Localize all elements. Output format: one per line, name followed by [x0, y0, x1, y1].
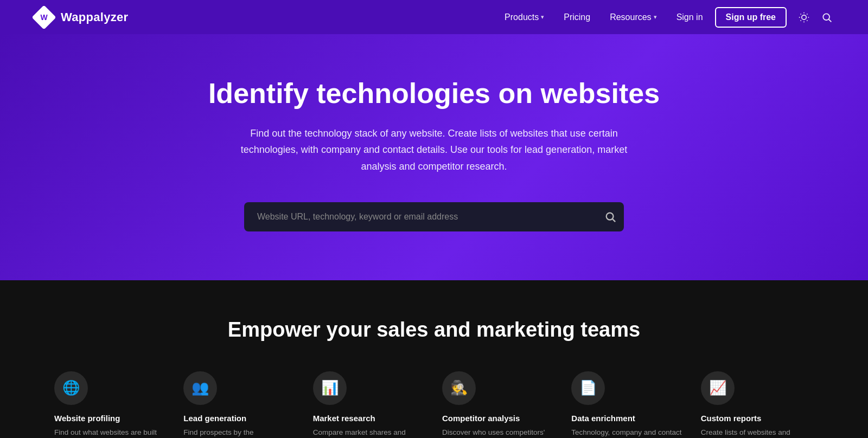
nav-products[interactable]: Products ▾: [497, 8, 552, 27]
hero-section: Identify technologies on websites Find o…: [0, 34, 868, 280]
feature-icon-5: 📈: [701, 371, 735, 405]
feature-item: 📊 Market research Compare market shares …: [313, 371, 426, 438]
resources-chevron-icon: ▾: [654, 14, 657, 21]
feature-name-1: Lead generation: [183, 414, 296, 423]
nav-pricing[interactable]: Pricing: [556, 8, 598, 27]
feature-desc-0: Find out what websites are built with.: [54, 427, 167, 438]
svg-line-9: [801, 20, 801, 21]
feature-item: 📄 Data enrichment Technology, company an…: [571, 371, 684, 438]
signup-button[interactable]: Sign up free: [715, 7, 787, 28]
logo-icon: W: [33, 6, 55, 29]
svg-line-10: [807, 14, 807, 14]
svg-line-5: [801, 14, 801, 14]
feature-icon-3: 🕵: [442, 371, 476, 405]
svg-point-2: [802, 15, 806, 19]
feature-item: 👥 Lead generation Find prospects by the …: [183, 371, 296, 438]
search-nav-icon: [821, 12, 832, 23]
svg-text:W: W: [40, 13, 48, 22]
nav-resources[interactable]: Resources ▾: [602, 8, 664, 27]
feature-item: 🌐 Website profiling Find out what websit…: [54, 371, 167, 438]
feature-item: 🕵 Competitor analysis Discover who uses …: [442, 371, 555, 438]
svg-line-6: [807, 20, 807, 21]
feature-desc-2: Compare market shares and technology tre…: [313, 427, 426, 438]
feature-desc-3: Discover who uses competitors' software.: [442, 427, 555, 438]
feature-icon-0: 🌐: [54, 371, 88, 405]
nav-icon-group: [795, 9, 835, 26]
feature-name-5: Custom reports: [701, 414, 814, 423]
svg-point-13: [607, 212, 614, 220]
theme-toggle-button[interactable]: [795, 9, 813, 26]
svg-line-14: [612, 219, 615, 222]
feature-icon-1: 👥: [183, 371, 217, 405]
feature-name-2: Market research: [313, 414, 426, 423]
feature-icon-4: 📄: [571, 371, 605, 405]
search-bar-container: [244, 202, 624, 231]
feature-name-4: Data enrichment: [571, 414, 684, 423]
hero-subtitle: Find out the technology stack of any web…: [239, 125, 629, 175]
signin-link[interactable]: Sign in: [669, 8, 711, 27]
search-submit-button[interactable]: [604, 211, 616, 223]
search-submit-icon: [604, 211, 616, 223]
search-input[interactable]: [244, 202, 624, 231]
navbar: W Wappalyzer Products ▾ Pricing Resource…: [0, 0, 868, 34]
logo-link[interactable]: W Wappalyzer: [33, 6, 128, 29]
features-section: Empower your sales and marketing teams 🌐…: [0, 280, 868, 438]
svg-line-12: [829, 19, 832, 22]
feature-desc-5: Create lists of websites and contacts.: [701, 427, 814, 438]
features-grid: 🌐 Website profiling Find out what websit…: [54, 371, 814, 438]
feature-desc-1: Find prospects by the technologies they …: [183, 427, 296, 438]
svg-point-11: [823, 14, 829, 20]
feature-icon-2: 📊: [313, 371, 347, 405]
products-chevron-icon: ▾: [541, 14, 544, 21]
hero-title: Identify technologies on websites: [11, 78, 857, 110]
feature-name-0: Website profiling: [54, 414, 167, 423]
nav-links: Products ▾ Pricing Resources ▾ Sign in S…: [497, 7, 835, 28]
sun-icon: [799, 12, 809, 23]
feature-desc-4: Technology, company and contact informat…: [571, 427, 684, 438]
feature-name-3: Competitor analysis: [442, 414, 555, 423]
features-title: Empower your sales and marketing teams: [33, 318, 835, 342]
feature-item: 📈 Custom reports Create lists of website…: [701, 371, 814, 438]
search-nav-button[interactable]: [818, 9, 835, 26]
logo-text: Wappalyzer: [61, 10, 128, 24]
